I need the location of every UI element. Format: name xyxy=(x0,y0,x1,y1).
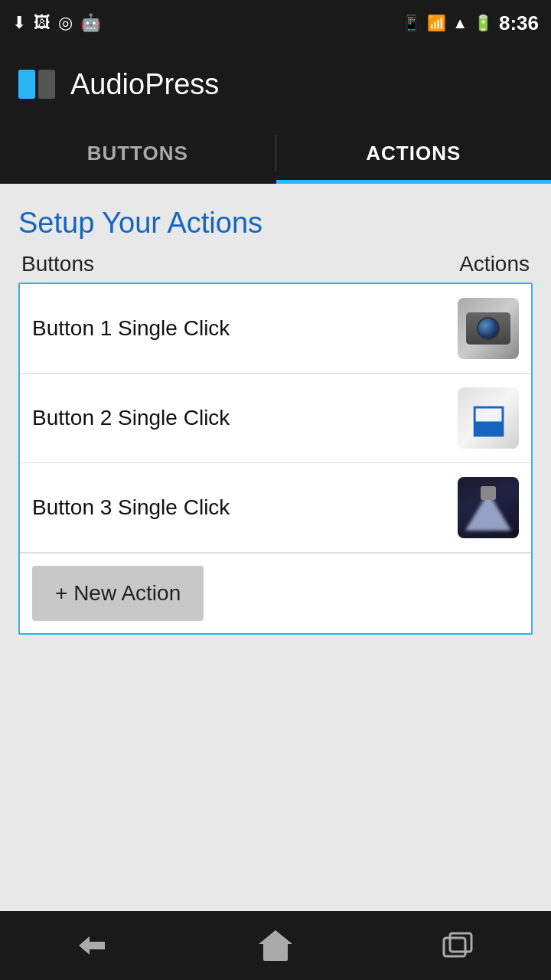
battery-icon: 🔋 xyxy=(474,14,493,32)
actions-col-label: Actions xyxy=(459,252,530,276)
logo-blue-block xyxy=(18,70,35,99)
app-title: AudioPress xyxy=(70,68,219,101)
bottom-nav xyxy=(0,911,551,980)
camera-body xyxy=(466,312,510,345)
svg-rect-1 xyxy=(450,933,471,952)
signal-icon: ▲ xyxy=(452,15,468,32)
bluetooth-icon: ⬓ xyxy=(458,387,519,449)
button-1-label: Button 1 Single Click xyxy=(32,316,458,341)
table-row[interactable]: Button 3 Single Click xyxy=(20,463,531,553)
android-icon: 🤖 xyxy=(80,13,101,33)
wifi-icon: 📶 xyxy=(427,14,446,32)
status-time: 8:36 xyxy=(499,11,539,35)
home-icon xyxy=(259,930,292,961)
new-action-row: + New Action xyxy=(20,553,531,633)
columns-header: Buttons Actions xyxy=(18,252,533,276)
logo-dark-block xyxy=(38,70,55,99)
table-row[interactable]: Button 1 Single Click xyxy=(20,284,531,374)
table-row[interactable]: Button 2 Single Click ⬓ xyxy=(20,374,531,463)
button-2-label: Button 2 Single Click xyxy=(32,406,458,430)
svg-rect-0 xyxy=(444,938,465,956)
home-body xyxy=(263,944,288,961)
back-button[interactable] xyxy=(61,923,122,969)
status-bar: ⬇ 🖼 ◎ 🤖 📱 📶 ▲ 🔋 8:36 xyxy=(0,0,551,46)
button-3-label: Button 3 Single Click xyxy=(32,495,458,520)
section-title: Setup Your Actions xyxy=(18,207,533,240)
app-logo xyxy=(18,70,55,99)
tab-actions[interactable]: ACTIONS xyxy=(276,122,552,184)
bluetooth-symbol: ⬓ xyxy=(470,398,507,438)
camera-lens xyxy=(477,317,500,340)
recents-button[interactable] xyxy=(429,923,490,969)
flashlight-icon xyxy=(458,477,519,538)
app-bar: AudioPress xyxy=(0,46,551,122)
new-action-button[interactable]: + New Action xyxy=(32,566,204,621)
home-button[interactable] xyxy=(245,923,306,969)
buttons-col-label: Buttons xyxy=(21,252,94,276)
camera-icon xyxy=(458,298,519,359)
download-icon: ⬇ xyxy=(12,13,26,33)
main-content: Setup Your Actions Buttons Actions Butto… xyxy=(0,184,551,658)
sim-icon: 📱 xyxy=(402,14,421,32)
home-roof xyxy=(259,930,292,944)
tab-bar: BUTTONS ACTIONS xyxy=(0,122,551,184)
chrome-icon: ◎ xyxy=(58,13,73,33)
image-icon: 🖼 xyxy=(34,13,51,33)
flash-body xyxy=(481,486,496,500)
tab-buttons[interactable]: BUTTONS xyxy=(0,122,276,184)
actions-table: Button 1 Single Click Button 2 Single Cl… xyxy=(18,283,533,635)
